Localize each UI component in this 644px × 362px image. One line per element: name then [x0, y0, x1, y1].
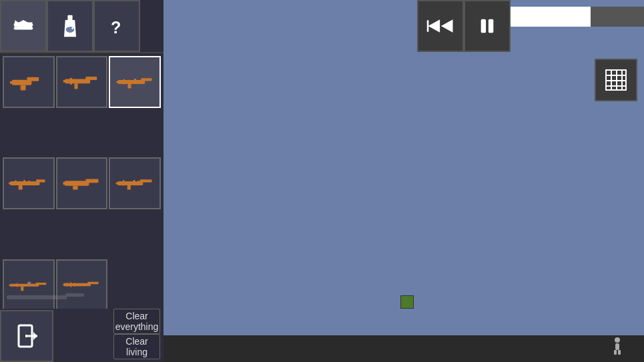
svg-rect-44	[21, 286, 24, 291]
svg-rect-20	[127, 84, 131, 89]
help-button[interactable]: ?	[93, 0, 140, 52]
svg-rect-18	[117, 80, 145, 84]
svg-rect-56	[7, 295, 67, 299]
potion-button[interactable]	[47, 0, 93, 52]
svg-point-7	[71, 27, 73, 29]
weapon-cell-machine-gun[interactable]	[3, 157, 55, 209]
weapon-cell-assault-rifle[interactable]	[109, 157, 161, 209]
person-icon	[611, 337, 624, 359]
svg-rect-16	[63, 80, 67, 82]
svg-rect-39	[123, 180, 124, 186]
svg-rect-47	[28, 282, 31, 285]
clear-everything-button[interactable]: Clear everything	[113, 309, 160, 334]
svg-point-64	[615, 337, 620, 343]
svg-rect-34	[63, 182, 65, 185]
clear-living-button[interactable]: Clear living	[113, 334, 160, 359]
svg-rect-66	[614, 350, 617, 355]
pause-button[interactable]	[464, 0, 511, 52]
svg-rect-29	[23, 180, 25, 182]
svg-rect-71	[481, 19, 486, 33]
ground	[164, 335, 644, 362]
svg-rect-10	[27, 77, 39, 81]
svg-rect-41	[138, 181, 139, 183]
svg-rect-24	[11, 181, 40, 185]
svg-rect-65	[615, 343, 619, 350]
speed-bar-container	[511, 0, 644, 27]
svg-rect-42	[11, 284, 39, 287]
svg-rect-14	[85, 77, 97, 80]
svg-rect-50	[87, 282, 98, 285]
svg-text:?: ?	[111, 18, 121, 37]
speed-bar[interactable]	[511, 7, 644, 27]
grid-toggle-button[interactable]	[595, 59, 637, 101]
svg-rect-45	[9, 284, 11, 286]
svg-marker-69	[441, 19, 453, 32]
svg-rect-32	[85, 179, 98, 183]
weapon-cell-rifle[interactable]	[109, 56, 161, 108]
svg-rect-27	[9, 183, 11, 185]
svg-rect-4	[67, 15, 72, 20]
bottom-left-panel: Clear everything Clear living	[0, 309, 164, 362]
svg-rect-19	[141, 78, 151, 81]
svg-rect-51	[63, 285, 65, 286]
svg-rect-57	[65, 293, 84, 297]
svg-rect-22	[123, 79, 124, 84]
sidebar-bottom-weapon	[7, 291, 87, 305]
svg-rect-40	[133, 180, 135, 183]
svg-rect-43	[36, 283, 47, 285]
svg-rect-21	[116, 81, 119, 83]
rewind-button[interactable]	[417, 0, 464, 52]
svg-rect-67	[618, 350, 621, 355]
character-sprite	[400, 295, 414, 309]
sidebar: ?	[0, 0, 164, 362]
weapon-cell-shotgun[interactable]	[56, 157, 108, 209]
svg-rect-72	[489, 19, 493, 33]
exit-button[interactable]	[0, 310, 53, 362]
svg-marker-68	[428, 19, 440, 32]
speed-bar-fill	[511, 7, 591, 27]
svg-point-6	[67, 25, 70, 27]
svg-rect-15	[75, 83, 78, 89]
svg-rect-31	[65, 181, 89, 185]
weapon-cell-pistol[interactable]	[3, 56, 55, 108]
svg-rect-11	[21, 85, 26, 91]
svg-point-5	[66, 27, 75, 33]
svg-rect-23	[134, 79, 136, 81]
svg-rect-25	[37, 179, 45, 182]
svg-rect-38	[115, 183, 118, 185]
svg-rect-17	[70, 78, 72, 85]
svg-rect-30	[29, 181, 30, 182]
svg-rect-37	[127, 185, 130, 190]
svg-rect-12	[10, 81, 14, 84]
top-right-controls	[417, 0, 644, 52]
svg-rect-46	[17, 283, 17, 287]
svg-rect-28	[15, 181, 17, 182]
svg-rect-49	[63, 283, 91, 286]
svg-rect-33	[73, 186, 77, 190]
swap-button[interactable]	[0, 0, 47, 52]
svg-rect-26	[19, 185, 23, 190]
svg-rect-62	[25, 335, 27, 337]
svg-marker-61	[33, 332, 37, 340]
top-toolbar: ?	[0, 0, 164, 53]
svg-rect-70	[427, 20, 429, 32]
svg-rect-36	[140, 179, 152, 182]
weapon-cell-smg[interactable]	[56, 56, 108, 108]
